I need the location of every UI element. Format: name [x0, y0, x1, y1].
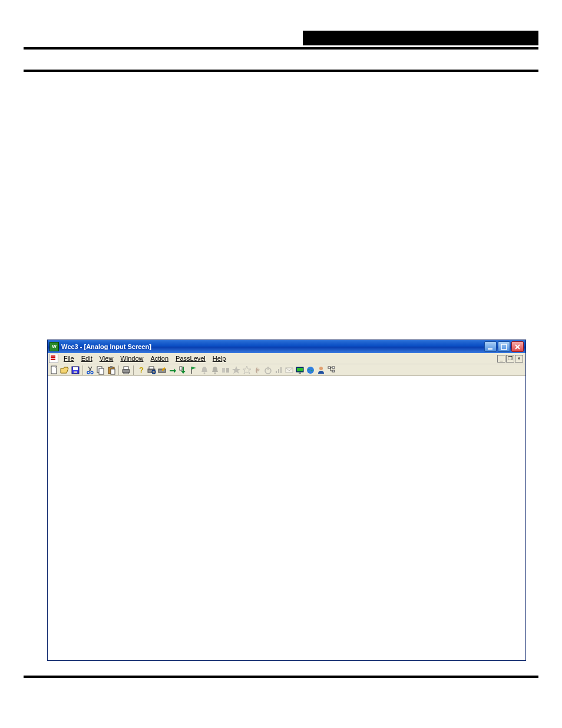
print-preview-button[interactable]: [146, 365, 157, 375]
svg-rect-36: [226, 368, 229, 373]
print-setup-button[interactable]: [157, 365, 167, 375]
toolbar-separator: [82, 365, 83, 375]
onoff-button[interactable]: [263, 365, 273, 375]
svg-rect-46: [297, 368, 303, 371]
save-icon: [71, 365, 80, 375]
minimize-button[interactable]: [484, 341, 497, 352]
svg-rect-20: [123, 370, 130, 373]
tree-button[interactable]: [326, 365, 337, 375]
paste-icon: [107, 365, 116, 375]
copy-icon: [96, 365, 105, 375]
maximize-icon: [501, 344, 507, 350]
header-rule-2: [24, 70, 538, 72]
cut-icon: [85, 365, 95, 375]
svg-marker-32: [191, 367, 196, 370]
svg-point-12: [87, 371, 90, 374]
person-button[interactable]: [316, 365, 326, 375]
mail-icon: [285, 365, 294, 375]
app-icon: W: [49, 342, 59, 351]
svg-rect-42: [278, 369, 279, 373]
svg-rect-0: [488, 348, 492, 350]
toggle-icon: [221, 365, 230, 375]
monitor-icon: [295, 365, 305, 375]
mdi-close-button[interactable]: ×: [515, 355, 523, 363]
new-button[interactable]: [49, 365, 59, 375]
header-rule-1: [24, 47, 538, 50]
chart-button[interactable]: [273, 365, 284, 375]
star-outline-button[interactable]: [242, 365, 252, 375]
svg-rect-19: [124, 367, 128, 370]
header-black-block: [303, 31, 538, 45]
toggle-button[interactable]: [220, 365, 231, 375]
mail-button[interactable]: [284, 365, 295, 375]
person-icon: [316, 365, 326, 375]
star-icon: [232, 365, 241, 375]
svg-rect-17: [110, 366, 113, 368]
menu-file[interactable]: File: [60, 353, 78, 364]
menu-view[interactable]: View: [96, 353, 117, 364]
bell-button[interactable]: [199, 365, 210, 375]
menu-window[interactable]: Window: [117, 353, 147, 364]
mdi-minimize-button[interactable]: _: [497, 355, 505, 363]
star-outline-icon: [242, 365, 252, 375]
help-icon: ?: [136, 365, 146, 375]
menu-passlevel[interactable]: PassLevel: [172, 353, 209, 364]
client-area: [48, 376, 525, 660]
chart-icon: [274, 365, 283, 375]
onoff-icon: [263, 365, 273, 375]
help-button[interactable]: ?: [135, 365, 146, 375]
flag-button[interactable]: [189, 365, 199, 375]
svg-rect-8: [73, 367, 78, 370]
svg-rect-47: [299, 373, 301, 374]
flag-icon: [189, 365, 199, 375]
new-icon: [49, 365, 59, 375]
menu-help[interactable]: Help: [209, 353, 230, 364]
arrow-right-icon: [168, 365, 177, 375]
svg-rect-9: [74, 371, 77, 373]
svg-rect-50: [328, 367, 330, 368]
arrow-down-icon: [178, 365, 188, 375]
close-button[interactable]: [511, 341, 524, 352]
print-button[interactable]: [121, 365, 131, 375]
svg-rect-43: [280, 367, 282, 373]
copy-button[interactable]: [95, 365, 106, 375]
menu-edit[interactable]: Edit: [78, 353, 96, 364]
fire-button[interactable]: [252, 365, 263, 375]
menu-action[interactable]: Action: [147, 353, 172, 364]
toolbar-separator: [118, 365, 119, 375]
svg-point-49: [319, 367, 323, 370]
svg-point-13: [91, 371, 93, 374]
bell-alt-button[interactable]: [210, 365, 220, 375]
app-window: W Wcc3 - [Analog Input Screen]: [47, 340, 526, 661]
svg-marker-38: [243, 366, 251, 374]
maximize-button[interactable]: [498, 341, 510, 352]
svg-marker-6: [61, 367, 68, 373]
menubar: File Edit View Window Action PassLevel H…: [48, 353, 525, 364]
window-title: Wcc3 - [Analog Input Screen]: [61, 343, 151, 350]
mdi-restore-button[interactable]: ❐: [506, 355, 514, 363]
fire-icon: [253, 365, 262, 375]
open-button[interactable]: [59, 365, 70, 375]
child-window-icon[interactable]: [49, 354, 58, 363]
bell-alt-icon: [210, 365, 220, 375]
cut-button[interactable]: [85, 365, 95, 375]
footer-rule: [24, 676, 538, 678]
svg-text:?: ?: [139, 365, 144, 374]
toolbar-separator: [133, 365, 134, 375]
monitor-button[interactable]: [295, 365, 305, 375]
svg-rect-23: [148, 369, 155, 373]
save-button[interactable]: [70, 365, 81, 375]
print-preview-icon: [147, 365, 156, 375]
arrow-right-button[interactable]: [167, 365, 178, 375]
paste-button[interactable]: [106, 365, 117, 375]
svg-rect-51: [332, 367, 335, 368]
svg-rect-30: [180, 367, 182, 370]
arrow-down-button[interactable]: [178, 365, 189, 375]
svg-rect-41: [276, 371, 277, 373]
svg-rect-21: [124, 373, 128, 374]
svg-rect-24: [149, 367, 154, 369]
star-button[interactable]: [231, 365, 242, 375]
globe-icon: [306, 365, 315, 375]
titlebar: W Wcc3 - [Analog Input Screen]: [48, 340, 525, 353]
globe-button[interactable]: [305, 365, 316, 375]
